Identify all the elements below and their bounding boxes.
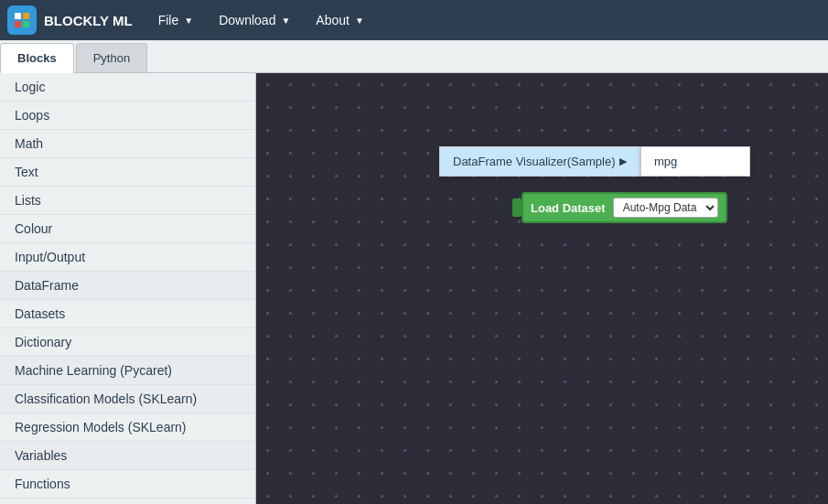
sidebar-item-lists[interactable]: Lists [0,187,255,215]
svg-rect-0 [15,13,21,19]
svg-rect-5 [256,73,828,504]
download-caret-icon: ▼ [281,16,290,26]
submenu-parent: DataFrame Visualizer(Sample) ▶ [439,146,640,177]
about-caret-icon: ▼ [355,16,364,26]
sidebar-item-logic[interactable]: Logic [0,73,255,102]
blockly-icon [13,11,31,29]
sidebar-item-regression[interactable]: Regression Models (SKLearn) [0,413,255,442]
tab-blocks[interactable]: Blocks [0,43,74,73]
workspace: Load Dataset Auto-Mpg Data Iris Data Tit… [256,73,828,504]
about-label: About [316,13,349,27]
load-dataset-block[interactable]: Load Dataset Auto-Mpg Data Iris Data Tit… [522,192,727,223]
download-label: Download [219,13,275,27]
load-dataset-label: Load Dataset [531,201,606,215]
brand-name: BLOCKLY ML [44,13,133,28]
submenu-child: mpg [640,146,750,177]
tab-python[interactable]: Python [76,43,147,72]
file-menu-button[interactable]: File ▼ [147,7,204,33]
submenu-arrow-icon: ▶ [619,155,627,167]
sidebar-item-dataframe[interactable]: DataFrame [0,272,255,300]
sidebar-item-input-output[interactable]: Input/Output [0,243,255,272]
sidebar-item-datasets[interactable]: Datasets [0,300,255,328]
sidebar-item-math[interactable]: Math [0,130,255,158]
brand-icon [7,5,37,35]
download-menu-button[interactable]: Download ▼ [208,7,301,33]
sidebar: Logic Loops Math Text Lists Colour Input… [0,73,256,504]
sidebar-item-loops[interactable]: Loops [0,102,255,130]
submenu-child-label: mpg [654,155,677,168]
submenu-parent-item[interactable]: DataFrame Visualizer(Sample) ▶ [440,147,640,176]
sidebar-item-classification[interactable]: Classification Models (SKLearn) [0,385,255,413]
submenu-parent-label: DataFrame Visualizer(Sample) [453,155,616,168]
sidebar-item-colour[interactable]: Colour [0,215,255,243]
sidebar-item-functions[interactable]: Functions [0,470,255,499]
navbar: BLOCKLY ML File ▼ Download ▼ About ▼ [0,0,828,40]
sidebar-item-ml-pycaret[interactable]: Machine Learning (Pycaret) [0,357,255,385]
file-label: File [158,13,179,27]
workspace-grid [256,73,828,504]
file-caret-icon: ▼ [184,16,193,26]
tabs-row: Blocks Python [0,40,828,73]
dataset-dropdown[interactable]: Auto-Mpg Data Iris Data Titanic Data [613,198,718,218]
sidebar-item-dictionary[interactable]: Dictionary [0,328,255,357]
main-content: Logic Loops Math Text Lists Colour Input… [0,73,828,504]
about-menu-button[interactable]: About ▼ [305,7,375,33]
sidebar-item-variables[interactable]: Variables [0,442,255,470]
submenu-container: DataFrame Visualizer(Sample) ▶ mpg [439,146,750,177]
svg-rect-3 [23,21,29,27]
brand-logo[interactable]: BLOCKLY ML [7,5,133,35]
sidebar-item-text[interactable]: Text [0,158,255,187]
svg-rect-2 [15,21,21,27]
submenu-child-mpg[interactable]: mpg [641,147,749,176]
block-notch [512,198,522,217]
svg-rect-1 [23,13,29,19]
